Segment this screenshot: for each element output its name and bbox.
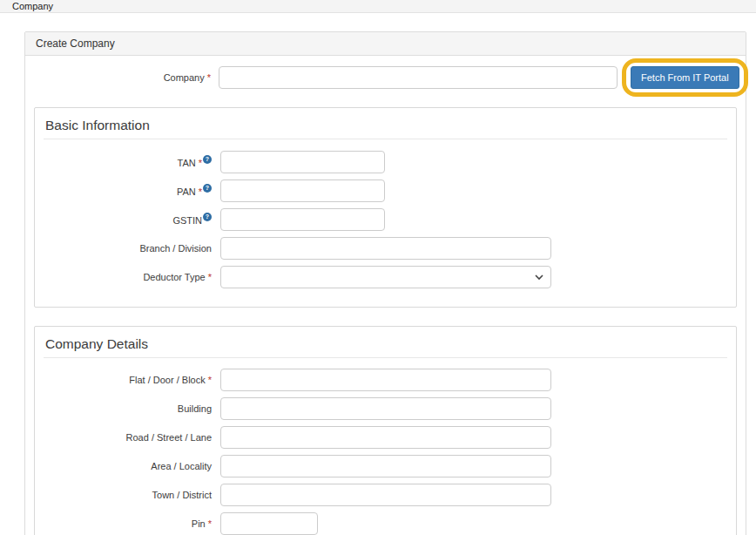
breadcrumb-bar: Company [0, 0, 756, 13]
pan-label-text: PAN [177, 186, 196, 197]
deductor-type-label-text: Deductor Type [143, 272, 205, 282]
town-district-input[interactable] [220, 484, 551, 506]
help-icon[interactable]: ? [203, 155, 212, 164]
section-title: Company Details [35, 327, 736, 352]
road-street-lane-label: Road / Street / Lane [35, 432, 213, 444]
pan-input[interactable] [220, 179, 385, 202]
town-district-label: Town / District [35, 490, 213, 501]
help-icon[interactable]: ? [203, 184, 212, 193]
pan-label: PAN*? [35, 184, 213, 198]
basic-information-section: Basic Information TAN*? PAN*? GSTIN? Bra… [34, 107, 737, 308]
area-locality-label-text: Area / Locality [151, 461, 212, 471]
company-name-input[interactable] [219, 66, 618, 89]
building-label-text: Building [178, 403, 212, 414]
branch-division-input[interactable] [220, 237, 551, 260]
pin-label: Pin* [35, 518, 213, 530]
deductor-type-select[interactable] [220, 266, 551, 288]
town-district-label-text: Town / District [152, 490, 212, 500]
section-title: Basic Information [35, 108, 736, 133]
road-street-lane-field-row: Road / Street / Lane [35, 426, 736, 449]
tan-label-text: TAN [178, 158, 196, 168]
pin-field-row: Pin* [35, 512, 736, 535]
town-district-field-row: Town / District [35, 484, 736, 506]
deductor-type-label: Deductor Type* [35, 272, 213, 283]
required-marker: * [208, 375, 212, 385]
gstin-input[interactable] [220, 208, 385, 231]
deductor-type-select-wrap [220, 266, 551, 288]
required-marker: * [199, 158, 202, 168]
tan-input[interactable] [220, 151, 385, 173]
create-company-panel: Create Company Company* Fetch From IT Po… [24, 31, 746, 535]
pan-field-row: PAN*? [35, 179, 736, 202]
area-locality-field-row: Area / Locality [35, 455, 736, 477]
flat-door-block-field-row: Flat / Door / Block* [35, 369, 736, 391]
section-divider [44, 357, 727, 358]
flat-door-block-label: Flat / Door / Block* [35, 375, 213, 386]
gstin-label-text: GSTIN [172, 215, 202, 226]
panel-header: Create Company [25, 32, 746, 56]
area-locality-label: Area / Locality [35, 461, 213, 472]
building-label: Building [35, 403, 213, 415]
required-marker: * [208, 272, 212, 282]
gstin-label: GSTIN? [35, 213, 213, 227]
pin-input[interactable] [220, 512, 318, 535]
branch-division-label-text: Branch / Division [139, 243, 212, 254]
flat-door-block-label-text: Flat / Door / Block [129, 375, 205, 385]
pin-label-text: Pin [192, 518, 206, 529]
company-label: Company* [25, 72, 213, 84]
required-marker: * [208, 518, 212, 529]
help-icon[interactable]: ? [203, 213, 212, 221]
building-input[interactable] [220, 397, 551, 420]
deductor-type-field-row: Deductor Type* [35, 266, 736, 288]
company-label-text: Company [164, 72, 205, 83]
highlight-ring: Fetch From IT Portal [622, 58, 748, 97]
breadcrumb[interactable]: Company [12, 1, 53, 11]
section-divider [44, 139, 727, 139]
road-street-lane-label-text: Road / Street / Lane [126, 432, 212, 443]
road-street-lane-input[interactable] [220, 426, 551, 449]
branch-division-label: Branch / Division [35, 243, 213, 254]
required-marker: * [207, 72, 211, 83]
gstin-field-row: GSTIN? [35, 208, 736, 231]
branch-division-field-row: Branch / Division [35, 237, 736, 260]
panel-title: Create Company [36, 37, 115, 50]
area-locality-input[interactable] [220, 455, 551, 477]
building-field-row: Building [35, 397, 736, 420]
tan-field-row: TAN*? [35, 151, 736, 173]
flat-door-block-input[interactable] [220, 369, 551, 391]
company-field-row: Company* Fetch From IT Portal [25, 58, 746, 97]
tan-label: TAN*? [35, 155, 213, 169]
required-marker: * [199, 186, 202, 197]
company-details-section: Company Details Flat / Door / Block* Bui… [34, 326, 737, 535]
fetch-from-it-portal-button[interactable]: Fetch From IT Portal [631, 66, 739, 89]
